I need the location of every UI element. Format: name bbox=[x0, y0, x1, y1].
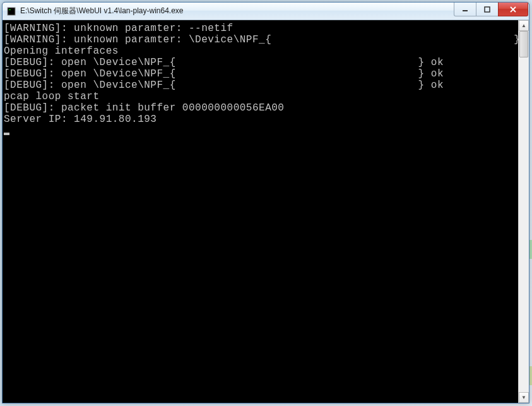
svg-rect-2 bbox=[463, 10, 468, 11]
scroll-track[interactable] bbox=[519, 31, 529, 392]
console-line: [DEBUG]: open \Device\NPF_{ } ok bbox=[4, 68, 517, 80]
console-line: pcap loop start bbox=[4, 91, 517, 102]
console-cursor-line bbox=[4, 125, 517, 136]
window-title: E:\Switch 伺服器\WebUI v1.4\lan-play-win64.… bbox=[20, 6, 454, 16]
close-button[interactable] bbox=[498, 3, 528, 16]
scroll-down-arrow[interactable]: ▼ bbox=[519, 392, 529, 403]
vertical-scrollbar[interactable]: ▲ ▼ bbox=[518, 20, 529, 403]
cursor bbox=[4, 133, 9, 135]
scroll-up-arrow[interactable]: ▲ bbox=[519, 20, 529, 31]
app-icon bbox=[6, 6, 16, 16]
console-line: [WARNING]: unknown paramter: --netif bbox=[4, 23, 517, 34]
console-line: [DEBUG]: open \Device\NPF_{ } ok bbox=[4, 57, 517, 68]
minimize-button[interactable] bbox=[454, 3, 476, 16]
console-line: [DEBUG]: open \Device\NPF_{ } ok bbox=[4, 80, 517, 91]
svg-rect-3 bbox=[485, 7, 490, 12]
scroll-thumb[interactable] bbox=[519, 31, 528, 57]
console-line: [WARNING]: unknown paramter: \Device\NPF… bbox=[4, 34, 517, 45]
client-area: [WARNING]: unknown paramter: --netif[WAR… bbox=[3, 20, 529, 403]
console-line: [DEBUG]: packet init buffer 000000000056… bbox=[4, 102, 517, 114]
window-controls bbox=[454, 3, 529, 20]
titlebar[interactable]: E:\Switch 伺服器\WebUI v1.4\lan-play-win64.… bbox=[3, 3, 529, 20]
console-window: E:\Switch 伺服器\WebUI v1.4\lan-play-win64.… bbox=[2, 2, 529, 403]
console-line: Server IP: 149.91.80.193 bbox=[4, 114, 517, 125]
svg-rect-1 bbox=[9, 9, 11, 10]
svg-rect-0 bbox=[8, 8, 15, 15]
maximize-button[interactable] bbox=[476, 3, 499, 16]
console-output: [WARNING]: unknown paramter: --netif[WAR… bbox=[3, 20, 518, 403]
console-line: Opening interfaces bbox=[4, 45, 517, 57]
